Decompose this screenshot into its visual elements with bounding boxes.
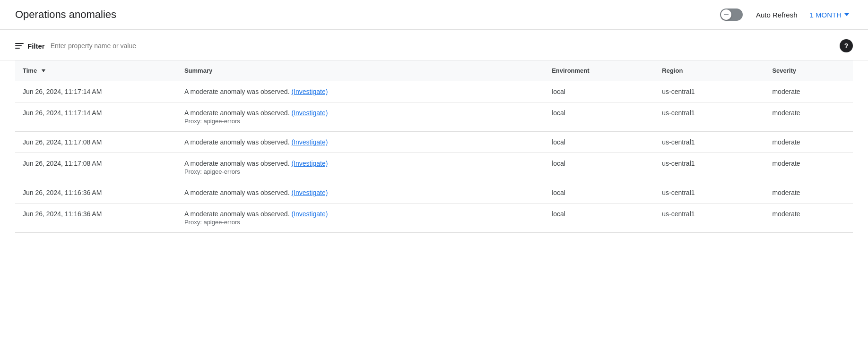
cell-region: us-central1: [654, 153, 764, 182]
filter-icon-area: Filter: [15, 42, 45, 50]
cell-summary: A moderate anomaly was observed. (Invest…: [177, 132, 544, 153]
cell-summary: A moderate anomaly was observed. (Invest…: [177, 203, 544, 233]
table-row: Jun 26, 2024, 11:16:36 AMA moderate anom…: [15, 203, 853, 233]
proxy-info: Proxy: apigee-errors: [184, 168, 537, 175]
cell-severity: moderate: [764, 132, 853, 153]
cell-time: Jun 26, 2024, 11:17:14 AM: [15, 81, 177, 102]
auto-refresh-toggle[interactable]: [720, 8, 743, 21]
sort-arrow-icon: [42, 69, 45, 72]
cell-time: Jun 26, 2024, 11:17:08 AM: [15, 153, 177, 182]
cell-environment: local: [544, 153, 654, 182]
cell-time: Jun 26, 2024, 11:16:36 AM: [15, 182, 177, 203]
investigate-link[interactable]: (Investigate): [291, 189, 328, 196]
auto-refresh-label: Auto Refresh: [756, 11, 798, 19]
cell-severity: moderate: [764, 203, 853, 233]
investigate-link[interactable]: (Investigate): [291, 109, 328, 117]
time-range-button[interactable]: 1 MONTH: [806, 9, 853, 21]
cell-region: us-central1: [654, 81, 764, 102]
cell-region: us-central1: [654, 182, 764, 203]
table-row: Jun 26, 2024, 11:16:36 AMA moderate anom…: [15, 182, 853, 203]
investigate-link[interactable]: (Investigate): [291, 210, 328, 218]
table-row: Jun 26, 2024, 11:17:08 AMA moderate anom…: [15, 132, 853, 153]
cell-time: Jun 26, 2024, 11:16:36 AM: [15, 203, 177, 233]
col-header-time[interactable]: Time: [15, 60, 177, 81]
cell-environment: local: [544, 182, 654, 203]
summary-text: A moderate anomaly was observed.: [184, 160, 291, 167]
page-header: Operations anomalies Auto Refresh 1 MONT…: [0, 0, 868, 30]
summary-text: A moderate anomaly was observed.: [184, 109, 291, 117]
cell-severity: moderate: [764, 182, 853, 203]
cell-region: us-central1: [654, 102, 764, 132]
col-header-environment: Environment: [544, 60, 654, 81]
chevron-down-icon: [844, 13, 849, 16]
anomalies-table: Time Summary Environment Region Severity…: [15, 60, 853, 233]
page-title: Operations anomalies: [15, 8, 116, 21]
time-range-label: 1 MONTH: [810, 11, 842, 19]
table-header-row: Time Summary Environment Region Severity: [15, 60, 853, 81]
table-row: Jun 26, 2024, 11:17:14 AMA moderate anom…: [15, 102, 853, 132]
investigate-link[interactable]: (Investigate): [291, 88, 328, 95]
summary-text: A moderate anomaly was observed.: [184, 138, 291, 146]
anomalies-table-container: Time Summary Environment Region Severity…: [0, 60, 868, 233]
table-row: Jun 26, 2024, 11:17:14 AMA moderate anom…: [15, 81, 853, 102]
cell-summary: A moderate anomaly was observed. (Invest…: [177, 81, 544, 102]
cell-summary: A moderate anomaly was observed. (Invest…: [177, 102, 544, 132]
cell-region: us-central1: [654, 203, 764, 233]
help-icon[interactable]: ?: [840, 39, 853, 52]
proxy-info: Proxy: apigee-errors: [184, 219, 537, 226]
cell-region: us-central1: [654, 132, 764, 153]
cell-severity: moderate: [764, 81, 853, 102]
cell-environment: local: [544, 132, 654, 153]
col-header-severity: Severity: [764, 60, 853, 81]
filter-input[interactable]: [51, 42, 834, 50]
cell-time: Jun 26, 2024, 11:17:08 AM: [15, 132, 177, 153]
toggle-thumb: [721, 9, 731, 20]
table-row: Jun 26, 2024, 11:17:08 AMA moderate anom…: [15, 153, 853, 182]
cell-severity: moderate: [764, 153, 853, 182]
summary-text: A moderate anomaly was observed.: [184, 189, 291, 196]
investigate-link[interactable]: (Investigate): [291, 138, 328, 146]
cell-severity: moderate: [764, 102, 853, 132]
toggle-track: [720, 8, 743, 21]
col-header-summary: Summary: [177, 60, 544, 81]
header-controls: Auto Refresh 1 MONTH: [720, 8, 853, 21]
filter-icon: [15, 43, 24, 49]
cell-environment: local: [544, 81, 654, 102]
cell-environment: local: [544, 203, 654, 233]
filter-bar: Filter ?: [0, 30, 868, 60]
summary-text: A moderate anomaly was observed.: [184, 210, 291, 218]
filter-label: Filter: [27, 42, 45, 50]
summary-text: A moderate anomaly was observed.: [184, 88, 291, 95]
cell-summary: A moderate anomaly was observed. (Invest…: [177, 182, 544, 203]
investigate-link[interactable]: (Investigate): [291, 160, 328, 167]
proxy-info: Proxy: apigee-errors: [184, 118, 537, 125]
cell-summary: A moderate anomaly was observed. (Invest…: [177, 153, 544, 182]
col-header-region: Region: [654, 60, 764, 81]
cell-environment: local: [544, 102, 654, 132]
cell-time: Jun 26, 2024, 11:17:14 AM: [15, 102, 177, 132]
